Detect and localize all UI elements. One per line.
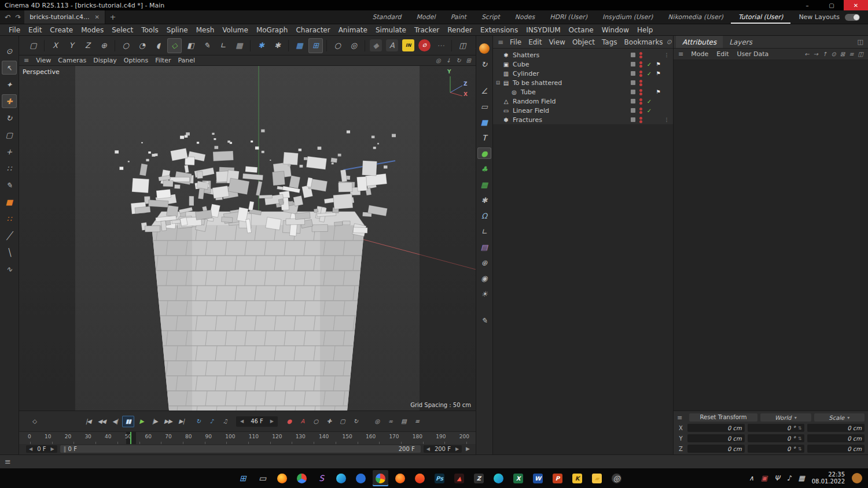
move-tool-icon[interactable]: ✚: [2, 94, 17, 108]
render-view-icon[interactable]: ○: [330, 38, 345, 53]
panel-icon[interactable]: ◫: [858, 51, 863, 57]
visibility-dots[interactable]: [639, 71, 642, 77]
firefox-orange-icon[interactable]: [392, 470, 408, 486]
reset-view-icon[interactable]: ↻: [456, 57, 461, 64]
redo-icon[interactable]: ↷: [14, 13, 20, 21]
photoshop-icon[interactable]: Ps: [432, 470, 447, 486]
subdivision-surface-icon[interactable]: ◇: [167, 38, 182, 53]
text-icon[interactable]: T: [477, 132, 491, 143]
playhead[interactable]: [130, 432, 131, 444]
light-icon[interactable]: ☀: [477, 288, 491, 300]
position-field[interactable]: 0 cm: [687, 424, 745, 432]
attributes-menu-icon[interactable]: ≡: [678, 50, 683, 58]
task-view-icon[interactable]: ▭: [255, 470, 270, 486]
layer-icon[interactable]: [631, 53, 635, 57]
record-button[interactable]: ●: [283, 416, 295, 427]
reset-transform-button[interactable]: Reset Transform: [689, 413, 757, 422]
grid-icon[interactable]: ▦: [292, 38, 307, 53]
Shatters[interactable]: ✱ Shatters ⋮: [493, 50, 673, 60]
close-button[interactable]: ✕: [844, 0, 868, 10]
cloth-icon[interactable]: ▤: [477, 241, 491, 253]
tray-app-icon[interactable]: ▣: [761, 474, 767, 482]
object-name[interactable]: Cube: [512, 61, 529, 68]
more-dots-icon[interactable]: ⋮: [664, 52, 670, 58]
goto-end-button[interactable]: ▶|: [175, 416, 187, 427]
coordinate-space-dropdown[interactable]: World▾: [760, 413, 811, 422]
key-app-icon[interactable]: K: [569, 470, 585, 486]
globe-app-icon[interactable]: [491, 470, 506, 486]
octane-a-icon[interactable]: A: [385, 38, 399, 53]
timeline-ruler[interactable]: 0102030405060708090100110120130140150160…: [19, 431, 476, 444]
view-options-icon[interactable]: ⊞: [466, 57, 471, 64]
knife-icon[interactable]: ╲: [2, 245, 17, 259]
minimize-button[interactable]: –: [795, 0, 819, 10]
visibility-dots[interactable]: [639, 98, 642, 105]
gear-icon[interactable]: ✱: [477, 194, 491, 206]
firefox-icon[interactable]: [274, 470, 290, 486]
timeline-filter-button[interactable]: ≡: [411, 416, 423, 427]
search-icon[interactable]: ⊙: [831, 51, 836, 57]
status-menu-icon[interactable]: ≡: [5, 457, 11, 466]
measure-icon[interactable]: ∠: [477, 85, 491, 97]
size-field[interactable]: 0 cm: [807, 445, 865, 453]
magnet-icon[interactable]: Ω: [477, 210, 491, 221]
edge-icon[interactable]: [333, 470, 349, 486]
range-track[interactable]: ‖ 0 F 200 F: [60, 445, 421, 453]
range-grip-icon[interactable]: ‖: [60, 446, 68, 452]
octane-dark-icon[interactable]: ◆: [369, 38, 383, 53]
volume-button[interactable]: ♫: [219, 416, 231, 427]
flag-icon[interactable]: ⚑: [654, 71, 662, 76]
folder-icon[interactable]: ▰: [589, 470, 605, 486]
viewport-menu-icon[interactable]: ≡: [24, 57, 29, 64]
viewport-canvas[interactable]: Perspective Y Z X Grid Spacing : 50 cm: [19, 66, 476, 411]
goto-start-button[interactable]: |◀: [82, 416, 94, 427]
material-icon[interactable]: ■: [2, 195, 17, 209]
cluster-icon[interactable]: ∷: [2, 161, 17, 175]
visibility-dots[interactable]: [639, 52, 642, 58]
render-settings-icon[interactable]: ◎: [347, 38, 361, 53]
add-tab-button[interactable]: +: [105, 10, 120, 24]
size-field[interactable]: 0 cm: [807, 434, 865, 442]
clock[interactable]: 22:35 08.01.2022: [812, 471, 845, 486]
prev-key-button[interactable]: ◀◀: [95, 416, 108, 427]
layout-window-a-icon[interactable]: ◫: [455, 38, 470, 53]
add-point-icon[interactable]: +: [2, 145, 17, 158]
disc-icon[interactable]: ◔: [135, 38, 149, 53]
scale-mode-dropdown[interactable]: Scale▾: [814, 413, 865, 422]
up-icon[interactable]: ↑: [822, 51, 827, 57]
pause-button[interactable]: ▮▮: [122, 416, 134, 427]
insydium-icon[interactable]: IN: [401, 38, 415, 53]
keyboard-icon[interactable]: ▦: [798, 474, 804, 482]
back-icon[interactable]: ←: [804, 51, 809, 57]
autokey-button[interactable]: A: [296, 416, 308, 427]
capsule-icon[interactable]: ◖: [151, 38, 165, 53]
more-icon[interactable]: ⋯: [433, 38, 448, 53]
filter-icon[interactable]: ≡: [849, 51, 854, 57]
pen-tool-icon[interactable]: ✎: [200, 38, 214, 53]
keyframe-selection-button[interactable]: ○: [310, 416, 322, 427]
keyframe-nav-icon[interactable]: ◇: [28, 416, 41, 427]
zip-icon[interactable]: Z: [471, 470, 487, 486]
rotation-field[interactable]: 0 °⇅: [748, 445, 805, 453]
prev-frame-button[interactable]: ◀|: [109, 416, 121, 427]
powerpoint-icon[interactable]: P: [550, 470, 565, 486]
sync-icon[interactable]: ↻: [477, 58, 491, 70]
layer-icon[interactable]: [631, 90, 635, 94]
object-name[interactable]: Cylinder: [512, 70, 539, 77]
Random Field[interactable]: △ Random Field ✓: [493, 97, 673, 106]
camera-lock-icon[interactable]: ◎: [436, 57, 441, 64]
loop-mode-button[interactable]: ↻: [192, 416, 204, 427]
Tube[interactable]: ◎ Tube ⚑: [493, 87, 673, 97]
scale-tool-icon[interactable]: ▢: [2, 128, 17, 142]
floor-icon[interactable]: ▦: [232, 38, 247, 53]
panel-icon[interactable]: ◫: [853, 36, 868, 48]
snap-angle-icon[interactable]: ∟: [216, 38, 230, 53]
enable-check-icon[interactable]: ✓: [646, 61, 653, 68]
flag-icon[interactable]: ⚑: [654, 89, 662, 95]
settings-gear-icon[interactable]: ✱: [270, 38, 285, 53]
start-button[interactable]: ⊞: [235, 470, 251, 486]
object-manager-empty-area[interactable]: [493, 124, 673, 454]
cube-icon[interactable]: ◧: [183, 38, 198, 53]
chrome-icon[interactable]: [294, 470, 310, 486]
tray-chevron-icon[interactable]: ∧: [749, 474, 754, 482]
